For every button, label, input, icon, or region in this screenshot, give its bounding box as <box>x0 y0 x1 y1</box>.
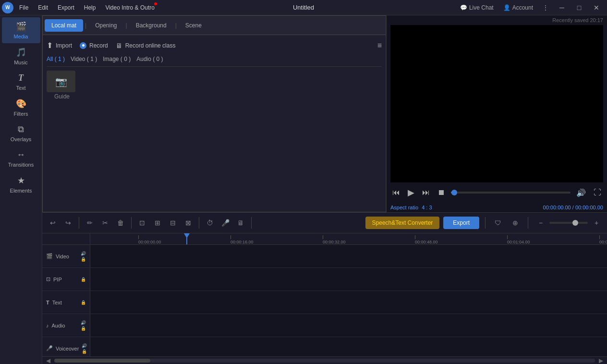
sidebar-item-media[interactable]: 🎬 Media <box>2 17 40 43</box>
record-online-icon: 🖥 <box>116 42 122 49</box>
pip-track-row[interactable] <box>90 268 607 291</box>
record-action[interactable]: Record <box>80 42 108 49</box>
filter-image[interactable]: Image ( 0 ) <box>103 56 131 62</box>
cut-button[interactable]: ✂ <box>98 216 112 230</box>
sidebar-media-label: Media <box>14 34 28 39</box>
text-track-row[interactable] <box>90 291 607 314</box>
pen-button[interactable]: ✏ <box>83 216 97 230</box>
timeline-playhead <box>186 233 187 244</box>
transform-button[interactable]: ⊞ <box>151 216 164 230</box>
scrollbar-track[interactable] <box>54 359 595 363</box>
shield-button[interactable]: 🛡 <box>491 216 505 230</box>
sidebar-item-overlays[interactable]: ⧉ Overlays <box>2 121 40 146</box>
scroll-right-button[interactable]: ▶ <box>597 357 605 364</box>
zoom-in-button[interactable]: + <box>590 216 603 230</box>
close-button[interactable]: ✕ <box>590 1 603 14</box>
redo-button[interactable]: ↪ <box>61 216 75 230</box>
link-button[interactable]: ⊕ <box>509 216 522 230</box>
crop-button[interactable]: ⊡ <box>135 216 149 230</box>
sidebar-item-elements[interactable]: ★ Elements <box>2 171 40 197</box>
more-menu-button[interactable]: ≡ <box>377 41 382 50</box>
mark-line <box>507 235 508 239</box>
tab-local-mat[interactable]: Local mat <box>45 19 83 32</box>
track-rows <box>90 245 607 356</box>
more-options-button[interactable]: ⋮ <box>540 4 551 11</box>
time-display: 00:00:00.00 / 00:00:00.00 <box>543 205 603 210</box>
video-track-controls: 🔊 🔒 <box>81 251 86 262</box>
clock-button[interactable]: ⏱ <box>203 216 217 230</box>
audio-track-controls: 🔊 🔒 <box>81 320 86 331</box>
skip-back-button[interactable]: ⏮ <box>390 187 402 198</box>
delete-button[interactable]: 🗑 <box>114 216 127 230</box>
zoom-controls: − + <box>534 216 603 230</box>
screen-button[interactable]: 🖥 <box>234 216 247 230</box>
tab-scene[interactable]: Scene <box>179 19 208 32</box>
audio-track-row[interactable] <box>90 314 607 337</box>
tab-opening[interactable]: Opening <box>88 19 123 32</box>
video-track-row[interactable] <box>90 245 607 268</box>
sidebar-item-text[interactable]: T Text <box>2 69 40 95</box>
menu-bar: File Edit Export Help Video Intro & Outr… <box>14 0 159 15</box>
sidebar-item-transitions[interactable]: ↔ Transitions <box>2 146 40 171</box>
filter-all[interactable]: All ( 1 ) <box>47 56 65 62</box>
camera-icon: 📷 <box>55 76 67 87</box>
grid-button[interactable]: ⊟ <box>166 216 180 230</box>
menu-file[interactable]: File <box>14 0 33 15</box>
import-action[interactable]: ⬆ Import <box>47 41 72 50</box>
sidebar-item-music[interactable]: 🎵 Music <box>2 43 40 69</box>
seek-bar[interactable] <box>451 192 571 194</box>
zoom-slider[interactable] <box>549 222 588 224</box>
record-online-label: Record online class <box>125 42 176 49</box>
volume-button[interactable]: 🔊 <box>574 187 588 198</box>
zoom-out-button[interactable]: − <box>534 216 547 230</box>
voiceover-track-row[interactable] <box>90 337 607 356</box>
toolbar-sep-5 <box>485 217 486 229</box>
media-thumb[interactable]: 📷 <box>47 71 75 92</box>
audio-lock-icon[interactable]: 🔒 <box>81 326 86 331</box>
menu-help[interactable]: Help <box>79 0 101 15</box>
vo-lock-icon[interactable]: 🔒 <box>82 349 87 354</box>
menu-edit[interactable]: Edit <box>33 0 53 15</box>
lock-ctrl-icon[interactable]: 🔒 <box>81 257 86 262</box>
play-button[interactable]: ▶ <box>406 186 416 199</box>
menu-export[interactable]: Export <box>53 0 79 15</box>
skip-forward-button[interactable]: ⏭ <box>420 187 432 198</box>
media-panel: Local mat | Opening | Background | Scene… <box>42 15 386 212</box>
vo-vol-icon[interactable]: 🔊 <box>82 343 87 348</box>
overlays-icon: ⧉ <box>18 124 24 134</box>
sidebar-item-filters[interactable]: 🎨 Filters <box>2 95 40 121</box>
text-lock-icon[interactable]: 🔒 <box>81 300 86 305</box>
live-chat-label: Live Chat <box>469 4 494 11</box>
transitions-icon: ↔ <box>17 150 25 160</box>
mic-button[interactable]: 🎤 <box>219 216 232 230</box>
scroll-left-button[interactable]: ◀ <box>44 357 52 364</box>
fullscreen-button[interactable]: ⛶ <box>592 187 603 198</box>
pip-track-icon: ⊡ <box>46 276 50 282</box>
export-button[interactable]: Export <box>443 217 479 229</box>
record-online-action[interactable]: 🖥 Record online class <box>116 42 176 49</box>
mark-line <box>231 235 231 239</box>
voiceover-track-icon: 🎤 <box>46 345 53 352</box>
live-chat-button[interactable]: 💬 Live Chat <box>457 4 497 11</box>
tab-background[interactable]: Background <box>129 19 173 32</box>
undo-button[interactable]: ↩ <box>46 216 60 230</box>
menu-video-intro[interactable]: Video Intro & Outro <box>100 0 159 15</box>
audio-vol-icon[interactable]: 🔊 <box>81 320 86 325</box>
pip-lock-icon[interactable]: 🔒 <box>81 277 86 282</box>
speech-text-button[interactable]: Speech&Text Converter <box>365 217 440 229</box>
media-tabs: Local mat | Opening | Background | Scene <box>43 16 386 35</box>
filter-audio[interactable]: Audio ( 0 ) <box>136 56 163 62</box>
maximize-button[interactable]: □ <box>572 1 586 14</box>
filter-video[interactable]: Video ( 1 ) <box>71 56 97 62</box>
scrollbar-thumb[interactable] <box>54 359 150 363</box>
account-button[interactable]: 👤 Account <box>500 4 536 11</box>
mark-label: 00:01:04.00 <box>507 240 530 244</box>
toolbar: ↩ ↪ ✏ ✂ 🗑 ⊡ ⊞ ⊟ ⊠ ⏱ 🎤 🖥 Speech&Text Conv… <box>42 212 607 233</box>
voiceover-track-controls: 🔊 🔒 <box>82 343 87 354</box>
minimize-button[interactable]: ─ <box>555 1 569 14</box>
resize-button[interactable]: ⊠ <box>182 216 195 230</box>
audio-ctrl-icon[interactable]: 🔊 <box>81 251 86 256</box>
stop-button[interactable]: ⏹ <box>436 187 447 198</box>
tab-sep-2: | <box>125 22 128 29</box>
track-label-voiceover: 🎤 Voiceover 🔊 🔒 <box>42 337 90 356</box>
